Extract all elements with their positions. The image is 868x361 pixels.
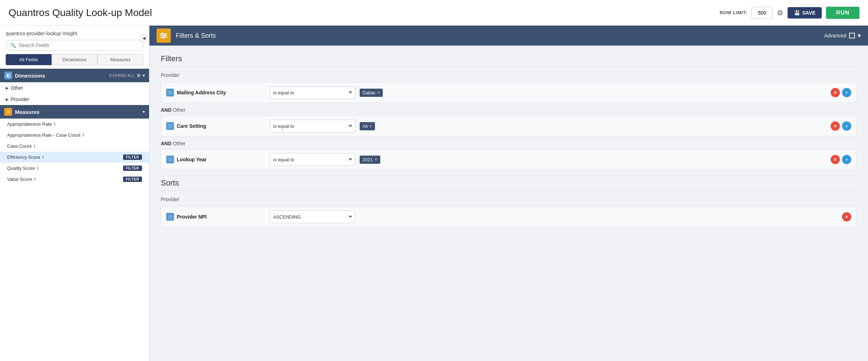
main-layout: quantros-provider-lookup Insight ◀ 🔍 All… bbox=[0, 26, 868, 361]
filter-value-3: 2021 ✕ bbox=[360, 156, 826, 164]
sort-operator: ASCENDING DESCENDING bbox=[270, 210, 355, 223]
filter-value-1: Dallas ✕ bbox=[360, 89, 826, 97]
sidebar-header: quantros-provider-lookup Insight ◀ 🔍 All… bbox=[0, 26, 149, 69]
measure-item-efficiency-score[interactable]: Efficiency Score ℹ FILTER bbox=[0, 152, 149, 163]
remove-value-all[interactable]: ✕ bbox=[369, 124, 372, 129]
collapse-arrow[interactable]: ▾ bbox=[858, 32, 861, 40]
remove-value-2021[interactable]: ✕ bbox=[374, 157, 377, 162]
measures-dropdown-icon[interactable]: ▾ bbox=[143, 109, 145, 114]
row-limit-input[interactable] bbox=[751, 7, 773, 19]
remove-filter-1-button[interactable]: ✕ bbox=[831, 88, 840, 97]
svg-point-3 bbox=[164, 35, 166, 37]
sorts-title: Sorts bbox=[161, 178, 857, 188]
tab-measures[interactable]: Measures bbox=[97, 54, 143, 65]
filter-icon-box bbox=[157, 28, 171, 43]
remove-sort-button[interactable]: ✕ bbox=[842, 212, 851, 221]
settings-button[interactable]: ⚙ bbox=[777, 9, 783, 17]
info-icon[interactable]: ℹ bbox=[37, 166, 38, 171]
measures-icon: ≡ bbox=[4, 108, 12, 116]
measure-item-appropriateness-rate[interactable]: Appropriateness Rate ℹ bbox=[0, 119, 149, 130]
tab-all-fields[interactable]: All Fields bbox=[6, 54, 52, 65]
advanced-checkbox[interactable] bbox=[849, 33, 855, 38]
filters-sorts-title: Filters & Sorts bbox=[176, 32, 216, 40]
expand-all-button[interactable]: EXPAND ALL bbox=[110, 73, 135, 78]
filters-sorts-header: Filters & Sorts Advanced ▾ bbox=[149, 26, 868, 46]
filter-field-name: Mailing Address City bbox=[177, 90, 226, 95]
dimensions-dropdown-icon[interactable]: ▾ bbox=[143, 73, 145, 78]
sidebar-item-provider[interactable]: ▶ Provider bbox=[0, 94, 149, 105]
operator-select-1[interactable]: is equal to is not equal to contains bbox=[270, 86, 355, 99]
dimensions-add-icon[interactable]: ⊞ bbox=[137, 73, 141, 78]
remove-value-dallas[interactable]: ✕ bbox=[377, 90, 380, 95]
advanced-label: Advanced bbox=[824, 33, 846, 38]
arrow-icon: ▶ bbox=[6, 97, 9, 102]
row-limit-label: ROW LIMIT: bbox=[720, 10, 747, 15]
sorts-divider bbox=[161, 190, 857, 191]
sidebar-item-label: Other bbox=[11, 85, 23, 91]
sorts-section: Sorts Provider ⬡ Provider NPI ASCENDING … bbox=[161, 178, 857, 227]
value-tag-2021: 2021 ✕ bbox=[360, 156, 380, 164]
sort-operator-select[interactable]: ASCENDING DESCENDING bbox=[270, 210, 355, 223]
filter-actions-1: ✕ + bbox=[831, 88, 851, 97]
and-label-2: AND Other bbox=[161, 107, 857, 113]
measure-item-case-count[interactable]: Case Count ℹ bbox=[0, 141, 149, 152]
filter-actions-3: ✕ + bbox=[831, 155, 851, 164]
save-label: SAVE bbox=[802, 10, 815, 16]
add-filter-2-button[interactable]: + bbox=[842, 121, 851, 131]
value-tag-all: All ✕ bbox=[360, 122, 375, 130]
measure-item-value-score[interactable]: Value Score ℹ FILTER bbox=[0, 174, 149, 185]
measure-label: Case Count bbox=[7, 143, 32, 149]
measure-label: Efficiency Score bbox=[7, 155, 40, 160]
advanced-section: Advanced ▾ bbox=[824, 32, 861, 40]
info-icon[interactable]: ℹ bbox=[34, 144, 35, 148]
cube-icon: ⬡ bbox=[166, 122, 174, 130]
filters-title: Filters bbox=[161, 54, 857, 63]
measure-item-appropriateness-rate-case-count[interactable]: Appropriateness Rate - Case Count ℹ bbox=[0, 130, 149, 141]
add-filter-3-button[interactable]: + bbox=[842, 155, 851, 164]
search-input[interactable] bbox=[19, 42, 139, 48]
sliders-icon bbox=[160, 32, 168, 39]
measure-label: Appropriateness Rate - Case Count bbox=[7, 132, 80, 138]
svg-point-1 bbox=[162, 33, 163, 35]
svg-point-5 bbox=[162, 37, 164, 38]
add-filter-1-button[interactable]: + bbox=[842, 88, 851, 97]
sort-group-provider: Provider bbox=[161, 197, 857, 202]
app-header: Quantros Quality Look-up Model ROW LIMIT… bbox=[0, 0, 868, 26]
operator-select-3[interactable]: is equal to is not equal to bbox=[270, 153, 355, 166]
and-label-3: AND Other bbox=[161, 141, 857, 146]
dimensions-icon: ◧ bbox=[4, 72, 12, 79]
info-icon[interactable]: ℹ bbox=[83, 133, 84, 137]
info-icon[interactable]: ℹ bbox=[54, 122, 55, 126]
field-tabs: All Fields Dimensions Measures bbox=[6, 54, 143, 65]
remove-filter-2-button[interactable]: ✕ bbox=[831, 121, 840, 131]
measures-list: Appropriateness Rate ℹ Appropriateness R… bbox=[0, 119, 149, 185]
content-body: Filters Provider ⬡ Mailing Address City … bbox=[149, 46, 868, 237]
dimensions-section-header: ◧ Dimensions EXPAND ALL ⊞ ▾ bbox=[0, 69, 149, 82]
info-icon[interactable]: ℹ bbox=[34, 177, 36, 182]
sidebar-collapse-button[interactable]: ◀ bbox=[140, 34, 148, 42]
cube-icon: ⬡ bbox=[166, 156, 174, 163]
measures-title: Measures bbox=[15, 109, 39, 115]
remove-filter-3-button[interactable]: ✕ bbox=[831, 155, 840, 164]
search-box: 🔍 bbox=[6, 40, 143, 51]
filter-field-name: Lookup Year bbox=[177, 157, 207, 162]
sort-field-name: Provider NPI bbox=[177, 214, 207, 220]
filter-field-name: Care Setting bbox=[177, 123, 206, 129]
filter-badge: FILTER bbox=[123, 155, 142, 160]
run-button[interactable]: RUN bbox=[826, 7, 859, 19]
save-button[interactable]: 💾 SAVE bbox=[788, 7, 822, 19]
dimensions-title: Dimensions bbox=[15, 73, 45, 79]
filter-operator-1: is equal to is not equal to contains bbox=[270, 86, 355, 99]
sidebar-item-other[interactable]: ▶ Other bbox=[0, 82, 149, 94]
measure-item-quality-score[interactable]: Quality Score ℹ FILTER bbox=[0, 163, 149, 174]
info-icon[interactable]: ℹ bbox=[42, 155, 44, 159]
filter-actions-2: ✕ + bbox=[831, 121, 851, 131]
operator-select-2[interactable]: is equal to is not equal to bbox=[270, 120, 355, 132]
cube-icon: ⬡ bbox=[166, 89, 174, 96]
tab-dimensions[interactable]: Dimensions bbox=[52, 54, 97, 65]
filter-value-2: All ✕ bbox=[360, 122, 826, 130]
arrow-icon: ▶ bbox=[6, 86, 9, 90]
filters-divider bbox=[161, 66, 857, 67]
filter-operator-3: is equal to is not equal to bbox=[270, 153, 355, 166]
filter-operator-2: is equal to is not equal to bbox=[270, 120, 355, 132]
